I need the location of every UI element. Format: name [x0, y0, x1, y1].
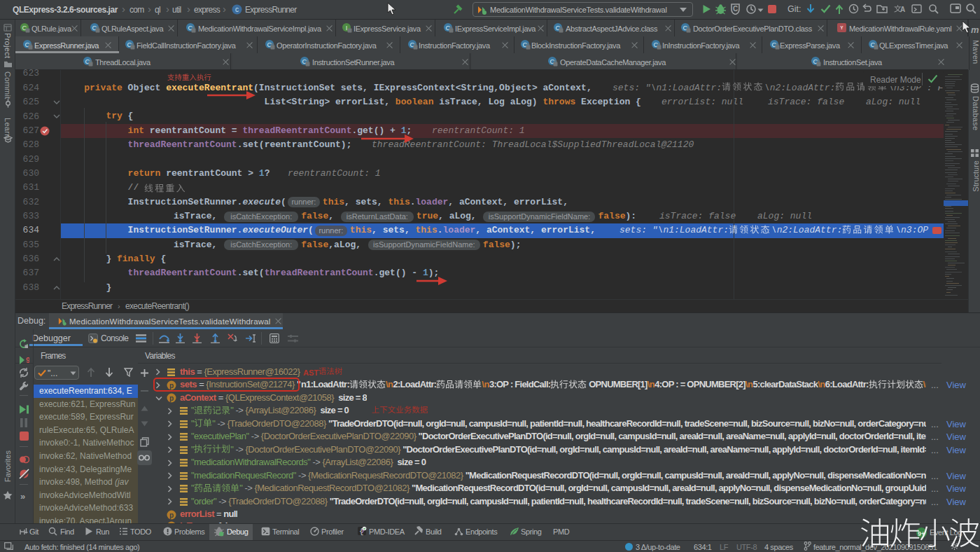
svg-text:p: p [169, 511, 174, 518]
svg-text:p: p [169, 394, 174, 402]
svg-text:I: I [346, 24, 348, 32]
svg-text:9: 9 [26, 356, 29, 364]
svg-text:Y: Y [840, 25, 844, 30]
svg-text:C: C [733, 5, 738, 13]
svg-text:c: c [235, 6, 239, 13]
